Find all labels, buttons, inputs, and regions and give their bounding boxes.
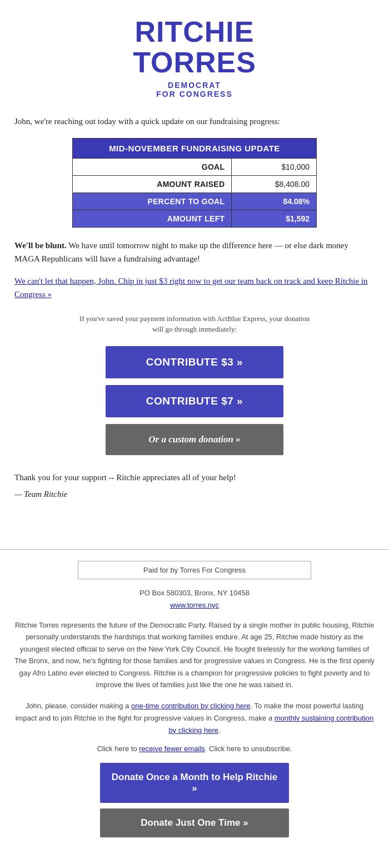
blunt-paragraph: We'll be blunt. We have until tomorrow n…: [14, 239, 375, 265]
donate-monthly-button[interactable]: Donate Once a Month to Help Ritchie »: [100, 763, 289, 803]
cta-end: .: [218, 726, 221, 734]
paid-for-box: Paid for by Torres For Congress: [78, 561, 311, 579]
table-header-row: MID-NOVEMBER FUNDRAISING UPDATE: [73, 138, 317, 158]
amount-left-label: AMOUNT LEFT: [73, 210, 232, 227]
candidate-subtitle: DEMOCRAT FOR CONGRESS: [11, 81, 378, 98]
percent-value: 84.08%: [232, 193, 317, 210]
name-line2: TORRES: [133, 46, 256, 78]
percent-label: PERCENT TO GOAL: [73, 193, 232, 210]
intro-paragraph: John, we're reaching out today with a qu…: [14, 115, 375, 128]
name-line1: RITCHIE: [135, 16, 255, 48]
footer-buttons: Donate Once a Month to Help Ritchie » Do…: [14, 763, 375, 837]
website-link[interactable]: www.torres.nyc: [170, 601, 219, 609]
unsubscribe-after: . Click here to unsubscribe.: [205, 744, 292, 753]
goal-label: GOAL: [73, 158, 232, 175]
amount-raised-label: AMOUNT RAISED: [73, 175, 232, 193]
cta-before: John, please, consider making a: [26, 702, 131, 710]
address-block: PO Box 580303, Bronx, NY 10458 www.torre…: [14, 587, 375, 611]
candidate-name: RITCHIE TORRES: [11, 17, 378, 77]
bio-text: Ritchie Torres represents the future of …: [14, 619, 375, 691]
mailing-address: PO Box 580303, Bronx, NY 10458: [14, 587, 375, 599]
fundraising-table: MID-NOVEMBER FUNDRAISING UPDATE GOAL $10…: [72, 138, 317, 228]
donate-onetime-button[interactable]: Donate Just One Time »: [100, 808, 289, 837]
custom-donation-button[interactable]: Or a custom donation »: [106, 424, 283, 455]
table-row-highlight: PERCENT TO GOAL 84.08%: [73, 193, 317, 210]
section-divider: [0, 549, 389, 550]
blunt-bold: We'll be blunt.: [14, 241, 67, 250]
amount-raised-value: $8,408.00: [232, 175, 317, 193]
table-row: GOAL $10,000: [73, 158, 317, 175]
cta-link[interactable]: We can't let that happen, John. Chip in …: [14, 274, 375, 301]
contribute-3-button[interactable]: CONTRIBUTE $3 »: [106, 346, 283, 378]
subtitle-line2: FOR CONGRESS: [156, 90, 233, 98]
footer-section: Paid for by Torres For Congress PO Box 5…: [0, 561, 389, 860]
table-row-highlight: AMOUNT LEFT $1,592: [73, 210, 317, 227]
fewer-emails-link[interactable]: receive fewer emails: [139, 744, 205, 753]
donate-buttons: CONTRIBUTE $3 » CONTRIBUTE $7 » Or a cus…: [14, 346, 375, 455]
one-time-link[interactable]: one-time contribution by clicking here: [131, 702, 251, 710]
fewer-emails-before: Click here to: [97, 744, 137, 753]
table-row: AMOUNT RAISED $8,408.00: [73, 175, 317, 193]
goal-value: $10,000: [232, 158, 317, 175]
team-signature: — Team Ritchie: [14, 490, 375, 499]
actblue-note: If you've saved your payment information…: [14, 313, 375, 335]
contribute-7-button[interactable]: CONTRIBUTE $7 »: [106, 385, 283, 417]
thank-you-text: Thank you for your support -- Ritchie ap…: [14, 471, 375, 484]
subtitle-line1: DEMOCRAT: [168, 81, 221, 90]
main-content: John, we're reaching out today with a qu…: [0, 104, 389, 532]
unsubscribe-text: Click here to receive fewer emails. Clic…: [14, 744, 375, 753]
footer-cta: John, please, consider making a one-time…: [14, 700, 375, 737]
amount-left-value: $1,592: [232, 210, 317, 227]
paid-for-text: Paid for by Torres For Congress: [143, 566, 246, 574]
header-section: RITCHIE TORRES DEMOCRAT FOR CONGRESS: [0, 0, 389, 104]
table-title: MID-NOVEMBER FUNDRAISING UPDATE: [73, 138, 317, 158]
